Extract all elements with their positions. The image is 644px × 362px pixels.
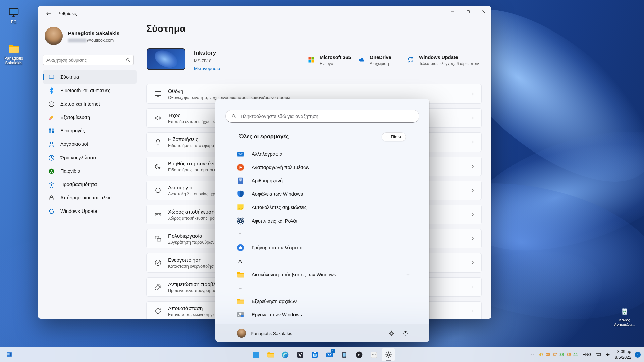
rename-device-link[interactable]: Μετονομασία (194, 66, 220, 71)
sidebar-item-accessibility[interactable]: Προσβασιμότητα (43, 178, 137, 191)
security-icon (236, 190, 245, 198)
maximize-icon (466, 10, 470, 14)
touch-keyboard-icon[interactable] (595, 352, 601, 358)
desktop-icon-user-folder[interactable]: Panagiotis Sakalakis (3, 42, 25, 66)
chevron-right-icon (470, 212, 475, 217)
start-settings-button[interactable] (385, 327, 397, 339)
sidebar-item-accounts[interactable]: Λογαριασμοί (43, 137, 137, 151)
focus-icon (154, 162, 162, 170)
sidebar-item-label: Απόρρητο και ασφάλεια (60, 195, 112, 200)
settings-search-input[interactable] (43, 55, 134, 65)
status-card-title: OneDrive (370, 55, 391, 60)
titlebar: Ρυθμίσεις (38, 6, 491, 22)
start-app-calculator[interactable]: Αριθμομηχανή (225, 174, 419, 187)
start-app-sticky-notes[interactable]: Αυτοκόλλητες σημειώσεις (225, 201, 419, 214)
start-search-input[interactable] (225, 110, 419, 123)
notification-count-badge[interactable]: 4 (635, 352, 641, 358)
chevron-right-icon (470, 91, 475, 97)
taskbar: 1e 473837383944 ENG 3:09 μμ 8/5/2022 4 (0, 347, 644, 362)
taskbar-e-app-button[interactable]: e (352, 348, 366, 361)
hidden-icons-chevron-icon[interactable] (530, 352, 535, 357)
privacy-icon (48, 194, 55, 201)
chevron-right-icon (470, 284, 475, 290)
tray-temp-value: 38 (546, 352, 550, 357)
taskbar-settings-button[interactable] (382, 348, 395, 361)
status-card-onedrive[interactable]: OneDriveΔιαχείριση (357, 55, 391, 66)
taskbar-more-app-button[interactable] (367, 348, 380, 361)
folder-icon (236, 270, 245, 279)
app-section-letter: Γ (225, 228, 419, 241)
status-card-windows-update[interactable]: Windows UpdateΤελευταίος έλεγχος: 6 ώρες… (407, 55, 479, 66)
desktop-icon-this-pc[interactable]: PC (3, 6, 25, 24)
language-indicator[interactable]: ENG (582, 352, 591, 357)
taskbar-store-button[interactable] (308, 348, 321, 361)
sidebar-item-time-language[interactable]: Ώρα και γλώσσα (43, 151, 137, 164)
start-app-mail[interactable]: Αλληλογραφία (225, 147, 419, 161)
alarm-icon (236, 217, 245, 225)
sidebar-item-label: Εξατομίκευση (60, 115, 90, 120)
all-apps-back-button[interactable]: Πίσω (382, 132, 406, 141)
footer-user-name[interactable]: Panagiotis Sakalakis (251, 331, 292, 336)
folder-icon (236, 297, 245, 306)
troubleshoot-icon (154, 283, 162, 291)
minimize-button[interactable] (445, 6, 461, 17)
device-model: MS-7B18 (194, 59, 211, 63)
close-button[interactable] (476, 6, 491, 17)
all-apps-header: Όλες οι εφαρμογές (239, 133, 289, 140)
tray-temp-value: 44 (573, 352, 578, 357)
sidebar-item-apps[interactable]: Εφαρμογές (43, 124, 137, 137)
start-app-alarms-clock[interactable]: Αφυπνίσεις και Ρολόι (225, 214, 419, 228)
taskbar-clock[interactable]: 3:09 μμ 8/5/2022 (615, 349, 631, 360)
widget-icon (5, 351, 13, 359)
all-apps-list: ΑλληλογραφίαΑναπαραγωγή πολυμέσωνΑριθμομ… (225, 147, 419, 321)
taskbar-phone-link-button[interactable] (337, 348, 351, 361)
desktop-icon-label: PC (3, 20, 25, 24)
folder-icon (266, 351, 275, 359)
start-app-quick-results[interactable]: Γρήγορα αποτελέσματα (225, 241, 419, 254)
taskbar-edge-button[interactable] (278, 348, 292, 361)
gear-icon (388, 330, 395, 337)
sidebar-item-label: Δίκτυο και Internet (60, 101, 100, 107)
accessibility-icon (48, 181, 55, 188)
sidebar-item-label: Προσβασιμότητα (60, 182, 97, 187)
edge-icon (281, 351, 289, 359)
update-icon (48, 208, 55, 215)
clock-time: 3:09 μμ (615, 349, 631, 354)
sidebar-item-label: Bluetooth και συσκευές (60, 88, 110, 93)
sidebar-item-gaming[interactable]: Παιχνίδια (43, 164, 137, 178)
power-button[interactable] (399, 327, 411, 339)
start-app-label: Γρήγορα αποτελέσματα (252, 245, 303, 250)
chevron-right-icon (470, 139, 475, 145)
sidebar-item-privacy-security[interactable]: Απόρρητο και ασφάλεια (43, 191, 137, 204)
start-app-windows-ease-of-access[interactable]: Διευκόλυνση πρόσβασης των Windows (225, 268, 419, 281)
start-app-windows-security[interactable]: Ασφάλεια των Windows (225, 187, 419, 201)
maximize-button[interactable] (461, 6, 476, 17)
sidebar-item-windows-update[interactable]: Windows Update (43, 204, 137, 218)
status-card-microsoft-365[interactable]: Microsoft 365Ενεργό (307, 55, 351, 66)
taskbar-start-button[interactable] (249, 348, 262, 361)
sidebar-item-label: Ώρα και γλώσσα (60, 155, 96, 160)
taskbar-mail-button[interactable]: 1 (323, 348, 336, 361)
start-app-media-player[interactable]: Αναπαραγωγή πολυμέσων (225, 161, 419, 174)
app-section-letter: Δ (225, 254, 419, 268)
back-label: Πίσω (391, 134, 401, 139)
taskbar-corner-widget-button[interactable] (3, 349, 15, 361)
sidebar-item-personalization[interactable]: Εξατομίκευση (43, 111, 137, 124)
sidebar-item-network-internet[interactable]: Δίκτυο και Internet (43, 97, 137, 111)
search-icon (231, 113, 237, 119)
back-button[interactable] (43, 9, 55, 19)
desktop-icon-recycle-bin[interactable]: Κάδος Ανακύκλω... (610, 304, 639, 327)
taskbar-v-app-button[interactable] (293, 348, 307, 361)
volume-icon[interactable] (605, 352, 611, 358)
sidebar-item-bluetooth-devices[interactable]: Bluetooth και συσκευές (43, 84, 137, 97)
start-app-windows-tools[interactable]: Εργαλεία των Windows (225, 308, 419, 321)
start-app-file-explorer[interactable]: Εξερεύνηση αρχείων (225, 295, 419, 308)
sidebar-item-system[interactable]: Σύστημα (43, 70, 137, 84)
chevron-right-icon (470, 164, 475, 169)
mail-icon (236, 149, 245, 158)
footer-avatar[interactable] (237, 329, 246, 338)
status-card-subtitle: Τελευταίος έλεγχος: 6 ώρες πριν (419, 61, 479, 66)
sound-icon (154, 114, 162, 122)
app-section-letter: Ε (225, 281, 419, 295)
taskbar-file-explorer-button[interactable] (264, 348, 277, 361)
